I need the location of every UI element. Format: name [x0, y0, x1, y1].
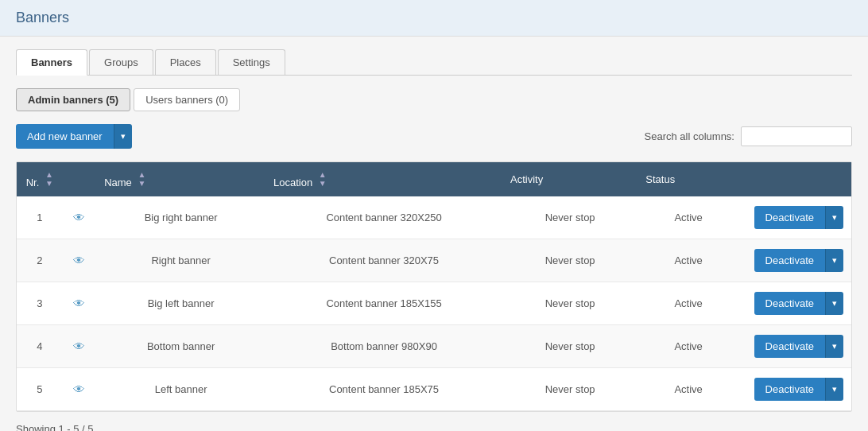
col-header-nr: Nr. ▲▼	[17, 162, 63, 196]
tab-groups[interactable]: Groups	[89, 49, 153, 75]
cell-view-3: 👁	[63, 325, 97, 368]
page-header: Banners	[0, 0, 868, 37]
view-icon-0[interactable]: 👁	[73, 211, 85, 224]
cell-activity-2: Never stop	[502, 282, 637, 325]
col-header-action	[739, 162, 851, 196]
add-banner-group: Add new banner ▾	[16, 124, 132, 149]
tab-places[interactable]: Places	[155, 49, 216, 75]
main-tabs: Banners Groups Places Settings	[16, 49, 852, 76]
cell-name-1: Right banner	[96, 239, 265, 282]
add-banner-dropdown-button[interactable]: ▾	[114, 124, 132, 149]
deactivate-button-4[interactable]: Deactivate	[754, 378, 825, 401]
cell-view-2: 👁	[63, 282, 97, 325]
cell-action-0: Deactivate ▾	[739, 196, 851, 239]
table-row: 3 👁 Big left banner Content banner 185X1…	[17, 282, 851, 325]
cell-nr-1: 2	[17, 239, 63, 282]
cell-status-3: Active	[637, 325, 739, 368]
sub-tab-admin-banners[interactable]: Admin banners (5)	[16, 88, 130, 111]
deactivate-dropdown-0[interactable]: ▾	[825, 206, 843, 229]
cell-view-4: 👁	[63, 368, 97, 411]
col-header-activity: Activity	[502, 162, 637, 196]
table-row: 2 👁 Right banner Content banner 320X75 N…	[17, 239, 851, 282]
table-row: 1 👁 Big right banner Content banner 320X…	[17, 196, 851, 239]
cell-location-0: Content banner 320X250	[265, 196, 502, 239]
deactivate-button-1[interactable]: Deactivate	[754, 249, 825, 272]
search-area: Search all columns:	[645, 126, 852, 146]
cell-location-3: Bottom banner 980X90	[265, 325, 502, 368]
cell-nr-0: 1	[17, 196, 63, 239]
cell-nr-4: 5	[17, 368, 63, 411]
toolbar: Add new banner ▾ Search all columns:	[16, 124, 852, 149]
cell-status-2: Active	[637, 282, 739, 325]
deactivate-group-2: Deactivate ▾	[754, 292, 843, 315]
cell-name-3: Bottom banner	[96, 325, 265, 368]
view-icon-4[interactable]: 👁	[73, 382, 85, 396]
cell-action-3: Deactivate ▾	[739, 325, 851, 368]
cell-location-1: Content banner 320X75	[265, 239, 502, 282]
table-row: 4 👁 Bottom banner Bottom banner 980X90 N…	[17, 325, 851, 368]
deactivate-group-1: Deactivate ▾	[754, 249, 843, 272]
col-header-name: Name ▲▼	[96, 162, 265, 196]
cell-action-2: Deactivate ▾	[739, 282, 851, 325]
cell-status-4: Active	[637, 368, 739, 411]
col-header-status: Status	[637, 162, 739, 196]
deactivate-group-3: Deactivate ▾	[754, 335, 843, 358]
banners-table-wrapper: Nr. ▲▼ Name ▲▼ Location ▲▼ Activity Stat…	[16, 161, 852, 412]
deactivate-button-2[interactable]: Deactivate	[754, 292, 825, 315]
cell-activity-1: Never stop	[502, 239, 637, 282]
sort-icon-name[interactable]: ▲▼	[138, 170, 145, 188]
banners-table: Nr. ▲▼ Name ▲▼ Location ▲▼ Activity Stat…	[17, 162, 851, 411]
cell-view-0: 👁	[63, 196, 97, 239]
tab-settings[interactable]: Settings	[218, 49, 285, 75]
deactivate-group-4: Deactivate ▾	[754, 378, 843, 401]
cell-location-4: Content banner 185X75	[265, 368, 502, 411]
page-title: Banners	[16, 10, 852, 26]
cell-location-2: Content banner 185X155	[265, 282, 502, 325]
cell-view-1: 👁	[63, 239, 97, 282]
deactivate-button-0[interactable]: Deactivate	[754, 206, 825, 229]
sort-icon-nr[interactable]: ▲▼	[45, 170, 53, 188]
deactivate-dropdown-4[interactable]: ▾	[825, 378, 843, 401]
col-header-location: Location ▲▼	[265, 162, 502, 196]
deactivate-button-3[interactable]: Deactivate	[754, 335, 825, 358]
tab-banners[interactable]: Banners	[16, 49, 87, 76]
cell-activity-3: Never stop	[502, 325, 637, 368]
cell-nr-2: 3	[17, 282, 63, 325]
search-label: Search all columns:	[645, 130, 734, 142]
sort-icon-location[interactable]: ▲▼	[319, 170, 327, 188]
table-row: 5 👁 Left banner Content banner 185X75 Ne…	[17, 368, 851, 411]
table-footer-info: Showing 1 - 5 / 5	[16, 423, 852, 431]
cell-status-0: Active	[637, 196, 739, 239]
cell-name-0: Big right banner	[96, 196, 265, 239]
search-input[interactable]	[741, 126, 852, 146]
col-header-view	[63, 162, 97, 196]
view-icon-2[interactable]: 👁	[73, 297, 85, 310]
deactivate-dropdown-1[interactable]: ▾	[825, 249, 843, 272]
sub-tabs: Admin banners (5) Users banners (0)	[16, 88, 852, 111]
add-new-banner-button[interactable]: Add new banner	[16, 124, 114, 149]
sub-tab-users-banners[interactable]: Users banners (0)	[134, 88, 240, 111]
cell-name-2: Big left banner	[96, 282, 265, 325]
deactivate-dropdown-2[interactable]: ▾	[825, 292, 843, 315]
view-icon-1[interactable]: 👁	[73, 254, 85, 267]
cell-action-1: Deactivate ▾	[739, 239, 851, 282]
cell-nr-3: 4	[17, 325, 63, 368]
deactivate-dropdown-3[interactable]: ▾	[825, 335, 843, 358]
view-icon-3[interactable]: 👁	[73, 340, 85, 353]
cell-activity-4: Never stop	[502, 368, 637, 411]
deactivate-group-0: Deactivate ▾	[754, 206, 843, 229]
cell-action-4: Deactivate ▾	[739, 368, 851, 411]
cell-activity-0: Never stop	[502, 196, 637, 239]
cell-name-4: Left banner	[96, 368, 265, 411]
cell-status-1: Active	[637, 239, 739, 282]
